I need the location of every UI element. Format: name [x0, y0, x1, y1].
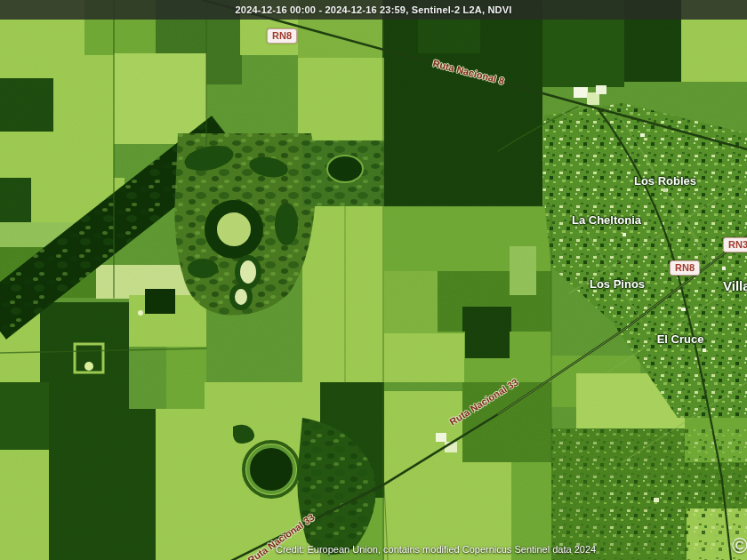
road-badge-rn8-top: RN8 [267, 28, 297, 44]
map-viewer: 2024-12-16 00:00 - 2024-12-16 23:59, Sen… [0, 0, 747, 560]
copernicus-credit-text: Credit: European Union, contains modifie… [276, 544, 596, 555]
attribution-copyright-icon[interactable]: © [732, 533, 747, 558]
place-label-el-cruce: El Cruce [657, 332, 704, 346]
place-label-la-cheltonia: La Cheltonia [572, 213, 641, 227]
road-badge-rn33: RN33 [723, 237, 747, 252]
place-label-los-pinos: Los Pinos [590, 277, 645, 291]
road-badge-rn8-mid: RN8 [670, 260, 700, 276]
place-label-villa-cutoff: Villa [723, 278, 747, 293]
timestamp-bar: 2024-12-16 00:00 - 2024-12-16 23:59, Sen… [0, 0, 747, 20]
place-label-los-robles: Los Robles [634, 174, 696, 188]
layer-date-title: 2024-12-16 00:00 - 2024-12-16 23:59, Sen… [236, 4, 512, 15]
